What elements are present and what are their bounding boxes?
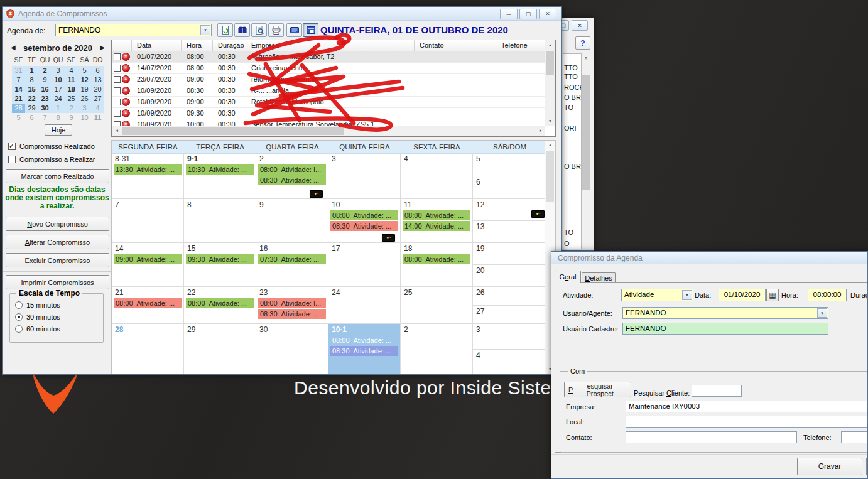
mini-calendar-day[interactable]: 6 — [25, 113, 38, 122]
calendar-day-cell[interactable]: 1808:00Atividade: ... — [401, 243, 473, 286]
radio-selected-icon[interactable] — [15, 313, 23, 321]
scroll-thumb[interactable] — [122, 127, 344, 135]
mini-calendar-day[interactable]: 22 — [25, 94, 38, 104]
appointment-event[interactable]: 08:00Atividade: ... — [403, 210, 470, 220]
pesquisar-cliente-input[interactable] — [692, 385, 742, 397]
telefone-input[interactable] — [841, 431, 868, 443]
mini-calendar-day[interactable]: 25 — [65, 94, 78, 104]
imprimir-compromissos-button[interactable]: Imprimir Compromissos — [6, 275, 109, 289]
excluir-compromisso-button[interactable]: Excluir Compromisso — [6, 253, 109, 267]
row-checkbox[interactable] — [114, 53, 121, 60]
col-contato[interactable]: Contato — [415, 40, 496, 51]
table-vertical-scrollbar[interactable] — [545, 40, 555, 126]
usuario-cadastro-field[interactable]: FERNANDO — [622, 323, 828, 335]
calendar-day-cell[interactable]: 1509:30Atividade: ... — [184, 243, 256, 286]
calendar-day-cell[interactable]: 30 — [256, 324, 328, 374]
calendar-day-cell[interactable]: 2208:00Atividade: ... — [184, 287, 256, 323]
appointment-event[interactable]: 08:00Atividade: ... — [186, 298, 254, 308]
calendar-day-cell[interactable]: 3 — [328, 153, 401, 198]
mini-calendar-day[interactable]: 27 — [91, 94, 104, 104]
row-checkbox[interactable] — [114, 99, 121, 105]
calendar-day-cell[interactable]: 4 — [401, 153, 473, 198]
calendar-day-cell[interactable]: 4 — [473, 350, 546, 375]
more-events-indicator[interactable] — [382, 234, 395, 242]
mini-calendar-day[interactable]: 4 — [91, 104, 104, 113]
appointment-event[interactable]: 10:30Atividade: ... — [186, 164, 254, 175]
appointment-event[interactable]: 08:00Atividade: ... — [114, 298, 182, 308]
appointment-event[interactable]: 08:30Atividade: ... — [330, 221, 398, 231]
calendar-day-cell[interactable]: 29 — [184, 324, 256, 374]
appointment-event[interactable]: 08:00Atividade: I... — [258, 298, 326, 308]
calendar-day-cell[interactable]: 2308:00Atividade: I...08:30Atividade: ..… — [256, 287, 328, 323]
calendar-day-cell[interactable]: 13 — [473, 221, 546, 242]
scroll-up-icon[interactable] — [582, 53, 590, 62]
agenda-user-combobox[interactable]: FERNANDO — [55, 24, 212, 36]
appointment-event[interactable]: 08:00Atividade: ... — [403, 254, 470, 264]
calendar-day-cell[interactable]: 28 — [112, 324, 184, 374]
radio-icon[interactable] — [15, 325, 23, 333]
gravar-button[interactable]: Gravar — [797, 458, 862, 475]
appointment-event[interactable]: 09:00Atividade: ... — [114, 254, 182, 264]
hora-field[interactable]: 08:00:00 — [808, 289, 847, 301]
contato-input[interactable] — [626, 431, 797, 443]
table-row[interactable]: 10/09/202009:0000:30Roteirização Marcopo… — [112, 97, 545, 108]
calendar-day-cell[interactable]: 2 — [401, 324, 473, 374]
scroll-thumb[interactable] — [546, 151, 554, 202]
calendar-day-cell[interactable]: 9-110:30Atividade: ... — [184, 153, 256, 198]
mini-calendar-day[interactable]: 12 — [78, 75, 91, 85]
mini-calendar-day[interactable]: 30 — [38, 104, 52, 113]
mini-calendar-day[interactable]: 23 — [38, 94, 52, 104]
scroll-up-icon[interactable] — [545, 141, 555, 150]
mini-calendar-day[interactable]: 2 — [38, 66, 52, 75]
mini-calendar-day[interactable]: 3 — [52, 66, 65, 75]
mini-calendar-day[interactable]: 1 — [25, 66, 38, 75]
mini-calendar-day[interactable]: 8 — [25, 75, 38, 85]
table-row[interactable]: 10/09/202009:3000:30 — [112, 108, 545, 119]
print-button[interactable] — [268, 23, 284, 37]
col-duracao[interactable]: Duração — [213, 40, 246, 51]
calendar-day-cell[interactable]: 208:00Atividade: I...08:30Atividade: ... — [256, 153, 328, 198]
mini-calendar-day[interactable]: 4 — [65, 66, 78, 75]
day-view-button[interactable] — [286, 23, 302, 37]
calendar-day-cell[interactable]: 10-108:00Atividade: ...08:30Atividade: .… — [328, 324, 401, 374]
calendar-day-cell[interactable]: 6 — [473, 176, 546, 199]
data-field[interactable]: 01/10/2020 — [719, 289, 766, 301]
maximize-button[interactable] — [519, 9, 537, 19]
close-button[interactable] — [572, 20, 588, 31]
appointment-event[interactable]: 08:00Atividade: ... — [330, 210, 398, 220]
calendar-day-cell[interactable]: 26 — [473, 287, 546, 306]
mini-calendar-day[interactable]: 17 — [52, 85, 65, 94]
mini-calendar-day[interactable]: 5 — [78, 66, 91, 75]
tab-detalhes[interactable]: Detalhes — [582, 272, 616, 283]
scroll-up-icon[interactable] — [545, 40, 555, 50]
appointment-event[interactable]: 13:30Atividade: ... — [114, 164, 182, 175]
pesquisar-prospect-button[interactable]: Pesquisar Prospect — [564, 382, 631, 397]
mini-calendar-day[interactable]: 13 — [91, 75, 104, 85]
chevron-down-icon[interactable] — [200, 25, 210, 35]
scroll-thumb[interactable] — [546, 51, 554, 75]
mini-calendar-day[interactable]: 20 — [91, 85, 104, 94]
mini-calendar-day[interactable]: 28 — [12, 104, 25, 113]
calendar-day-cell[interactable]: 2108:00Atividade: ... — [112, 287, 184, 323]
calendar-day-cell[interactable]: 25 — [401, 287, 473, 323]
help-button[interactable]: ? — [575, 36, 590, 50]
appointment-event[interactable]: 07:30Atividade: ... — [258, 254, 326, 264]
next-month-icon[interactable]: ▶ — [100, 44, 105, 51]
calendar-day-cell[interactable]: 9 — [256, 199, 328, 242]
chevron-down-icon[interactable] — [682, 290, 692, 300]
radio-icon[interactable] — [15, 301, 23, 309]
contacts-button[interactable] — [234, 23, 250, 37]
more-events-indicator[interactable] — [531, 210, 545, 218]
mini-calendar-day[interactable]: 10 — [78, 113, 91, 122]
col-empresa[interactable]: Empresa — [246, 40, 415, 51]
mini-calendar-day[interactable]: 24 — [52, 94, 65, 104]
calendar-day-cell[interactable]: 24 — [328, 287, 401, 323]
mini-calendar-day[interactable]: 7 — [38, 113, 52, 122]
tab-geral[interactable]: Geral — [555, 271, 581, 283]
appointment-event[interactable]: 08:30Atividade: ... — [330, 346, 398, 356]
mini-calendar-day[interactable]: 16 — [38, 85, 52, 94]
calendar-picker-button[interactable] — [766, 289, 779, 301]
print-preview-button[interactable] — [251, 23, 267, 37]
dialog-title-bar[interactable]: Compromisso da Agenda — [551, 252, 867, 264]
month-view-button[interactable] — [303, 23, 318, 37]
